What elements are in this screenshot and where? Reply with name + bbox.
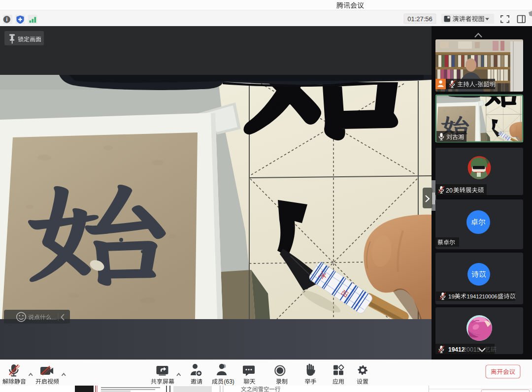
svg-text:20015: 20015 — [463, 346, 480, 353]
svg-text:(63): (63) — [224, 378, 234, 385]
svg-text:01:27:56: 01:27:56 — [407, 15, 432, 23]
svg-text:1941210006: 1941210006 — [467, 294, 498, 299]
svg-text:20: 20 — [446, 187, 453, 194]
svg-text:...: ... — [52, 314, 57, 321]
svg-text:19412: 19412 — [448, 346, 465, 353]
svg-text:19: 19 — [448, 294, 455, 299]
svg-text:i: i — [6, 17, 7, 22]
